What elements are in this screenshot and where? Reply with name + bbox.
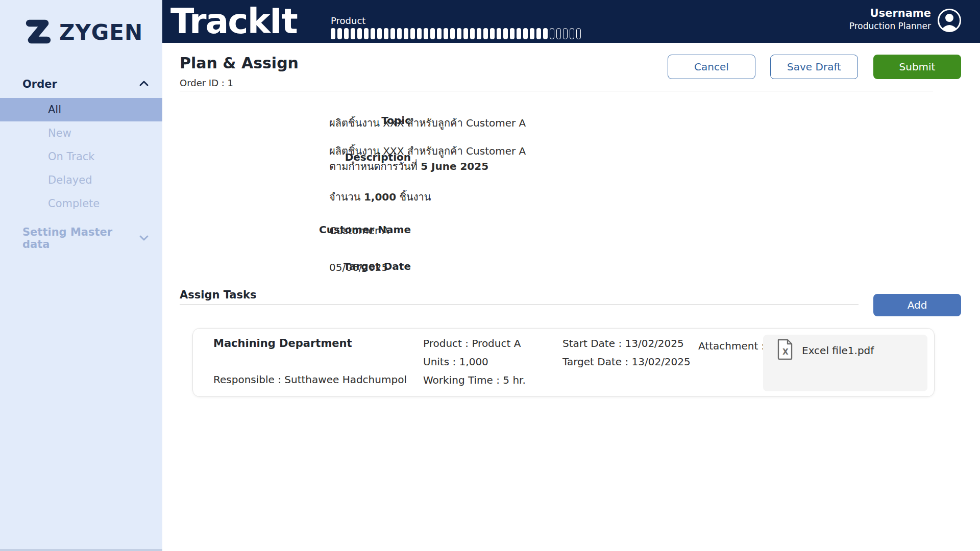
avatar-icon[interactable] <box>937 8 962 33</box>
cancel-button[interactable]: Cancel <box>668 55 755 79</box>
progress-dash <box>351 28 355 39</box>
sidebar-item-delayed[interactable]: Delayed <box>0 168 162 192</box>
user-role: Production Planner <box>849 21 931 31</box>
task-attachment-label: Attachment : <box>698 340 765 352</box>
module-label: Product <box>331 15 581 26</box>
progress-dash <box>450 28 455 39</box>
assign-tasks-divider <box>180 304 859 305</box>
task-department: Machining Department <box>213 337 352 349</box>
progress-dash <box>437 28 442 39</box>
description-line1: ผลิตชิ้นงาน XXX สำหรับลูกค้า Customer A <box>329 145 526 157</box>
progress-dash <box>444 28 448 39</box>
description-line3-qty: 1,000 <box>364 191 396 203</box>
progress-dash <box>331 28 335 39</box>
progress-dash <box>470 28 475 39</box>
attachment-panel: X Excel file1.pdf <box>763 335 927 391</box>
progress-dash <box>523 28 528 39</box>
sidebar-group-order[interactable]: Order <box>0 74 162 94</box>
sidebar: ZYGEN Order All New On Track Delayed Com… <box>0 0 162 551</box>
progress-dash <box>503 28 508 39</box>
user-name: Username <box>849 7 931 19</box>
progress-dash <box>483 28 488 39</box>
attachment-file-chip[interactable]: X Excel file1.pdf <box>776 339 874 362</box>
description-line3-suffix: ชิ้นงาน <box>396 191 431 203</box>
attachment-file-name: Excel file1.pdf <box>802 344 874 357</box>
brand-name: ZYGEN <box>59 20 143 45</box>
description-line3-prefix: จำนวน <box>329 191 364 203</box>
submit-button[interactable]: Submit <box>873 55 961 79</box>
progress-dash <box>404 28 408 39</box>
app-wordmark: TrackIt <box>170 1 297 41</box>
topic-value: ผลิตชิ้นงาน XXX สำหรับลูกค้า Customer A <box>329 115 526 131</box>
task-responsible: Responsible : Sutthawee Hadchumpol <box>213 373 407 386</box>
progress-dash <box>417 28 422 39</box>
header-divider <box>180 91 933 91</box>
task-start-date: Start Date : 13/02/2025 <box>562 337 684 349</box>
brand-logo: ZYGEN <box>22 15 143 49</box>
progress-dash <box>570 28 574 39</box>
progress-dash <box>337 28 342 39</box>
progress-dash <box>463 28 468 39</box>
task-units: Units : 1,000 <box>423 356 488 368</box>
progress-dash <box>490 28 495 39</box>
progress-dash <box>357 28 362 39</box>
description-line2-prefix: ตามกำหนดการวันที่ <box>329 160 421 172</box>
sidebar-group-settings-label: Setting Master data <box>22 226 139 251</box>
zygen-logo-icon <box>22 15 54 49</box>
progress-dash <box>510 28 514 39</box>
progress-dash <box>550 28 554 39</box>
progress-dash <box>364 28 369 39</box>
progress-dash <box>536 28 541 39</box>
task-target-date: Target Date : 13/02/2025 <box>562 356 691 368</box>
progress-dash <box>497 28 501 39</box>
top-bar: TrackIt Product Username Production Plan… <box>162 0 980 43</box>
module-block: Product <box>331 15 581 39</box>
progress-dash <box>457 28 461 39</box>
progress-dash <box>410 28 415 39</box>
chevron-down-icon <box>139 234 149 243</box>
app-root: ZYGEN Order All New On Track Delayed Com… <box>0 0 980 551</box>
progress-dash <box>344 28 349 39</box>
progress-dash <box>371 28 375 39</box>
progress-dash <box>563 28 568 39</box>
task-product: Product : Product A <box>423 337 521 349</box>
progress-dashes <box>331 28 581 39</box>
sidebar-group-order-label: Order <box>22 78 57 90</box>
sidebar-bottom-divider <box>0 549 162 551</box>
progress-dash <box>517 28 521 39</box>
user-block: Username Production Planner <box>849 7 931 31</box>
customer-name-value: Customer A <box>329 224 389 237</box>
order-id: Order ID : 1 <box>180 78 233 88</box>
main-content: Plan & Assign Order ID : 1 Cancel Save D… <box>162 43 980 551</box>
sidebar-item-all[interactable]: All <box>0 98 162 121</box>
progress-dash <box>477 28 481 39</box>
progress-dash <box>430 28 435 39</box>
save-draft-button[interactable]: Save Draft <box>770 55 858 79</box>
task-working-time: Working Time : 5 hr. <box>423 374 526 386</box>
page-title: Plan & Assign <box>180 54 299 72</box>
sidebar-item-new[interactable]: New <box>0 121 162 145</box>
progress-dash <box>384 28 388 39</box>
assign-tasks-title: Assign Tasks <box>180 289 257 301</box>
chevron-up-icon <box>139 80 149 89</box>
progress-dash <box>390 28 395 39</box>
description-value: ผลิตชิ้นงาน XXX สำหรับลูกค้า Customer A … <box>329 143 526 205</box>
svg-text:X: X <box>782 347 789 357</box>
progress-dash <box>543 28 548 39</box>
excel-file-icon: X <box>776 339 794 362</box>
progress-dash <box>530 28 534 39</box>
target-date-value: 05/06/2025 <box>329 261 388 273</box>
progress-dash <box>377 28 382 39</box>
progress-dash <box>397 28 402 39</box>
sidebar-group-settings[interactable]: Setting Master data <box>0 229 162 248</box>
progress-dash <box>424 28 428 39</box>
progress-dash <box>576 28 581 39</box>
sidebar-item-complete[interactable]: Complete <box>0 192 162 215</box>
description-line2-date: 5 June 2025 <box>421 160 488 172</box>
sidebar-item-on-track[interactable]: On Track <box>0 145 162 168</box>
progress-dash <box>556 28 561 39</box>
add-task-button[interactable]: Add <box>873 294 961 316</box>
task-card: Machining Department Responsible : Sutth… <box>192 328 935 397</box>
